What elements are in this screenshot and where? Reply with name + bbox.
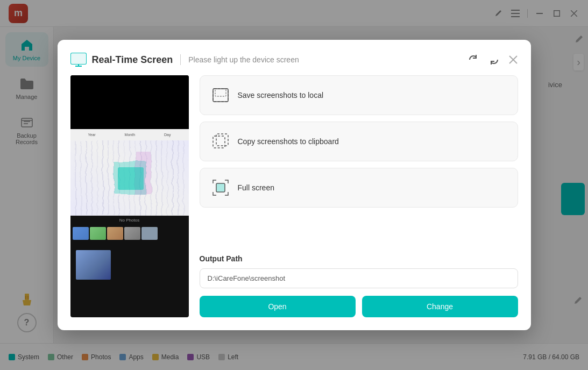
- full-screen-label: Full screen: [238, 183, 274, 192]
- screen-preview: Year Month Day: [70, 75, 189, 317]
- output-path-input[interactable]: [200, 268, 518, 288]
- monitor-icon: [70, 53, 87, 67]
- copy-clipboard-label: Copy screenshots to clipboard: [238, 137, 339, 146]
- refresh2-button[interactable]: [488, 54, 500, 66]
- screen-bottom-photo: [76, 250, 111, 280]
- screen-teal-highlight: [118, 167, 144, 190]
- copy-clipboard-icon: [211, 132, 230, 151]
- change-button[interactable]: Change: [362, 296, 518, 317]
- full-screen-icon: [211, 178, 230, 197]
- modal-header-right: [467, 54, 518, 66]
- thumb-3: [107, 227, 123, 240]
- modal-header: Real-Time Screen Please light up the dev…: [70, 53, 518, 67]
- modal-header-separator: [180, 54, 181, 65]
- full-screen-button[interactable]: Full screen: [200, 168, 518, 208]
- screen-wavy-area: [70, 140, 189, 216]
- refresh1-button[interactable]: [467, 54, 479, 66]
- thumb-5: [141, 227, 158, 240]
- output-buttons: Open Change: [200, 296, 518, 317]
- screen-calendar: Year Month Day: [70, 129, 189, 140]
- thumb-1: [73, 227, 89, 240]
- output-section: Output Path Open Change: [200, 254, 518, 317]
- save-screenshots-label: Save screenshots to local: [238, 91, 324, 99]
- svg-rect-41: [215, 89, 226, 96]
- modal-subtitle: Please light up the device screen: [188, 55, 299, 64]
- screen-no-photos: No Photos: [70, 216, 189, 225]
- open-button[interactable]: Open: [200, 296, 356, 317]
- modal-close-button[interactable]: [508, 55, 518, 65]
- screen-bottom-section: [70, 242, 189, 285]
- modal-overlay: Real-Time Screen Please light up the dev…: [0, 0, 588, 370]
- svg-rect-45: [216, 183, 225, 192]
- screen-calendar-header: Year Month Day: [74, 131, 186, 138]
- thumb-2: [90, 227, 106, 240]
- real-time-screen-modal: Real-Time Screen Please light up the dev…: [58, 40, 531, 330]
- save-screenshots-button[interactable]: Save screenshots to local: [200, 75, 518, 115]
- right-panel: Save screenshots to local Copy screensho…: [200, 75, 518, 317]
- copy-clipboard-button[interactable]: Copy screenshots to clipboard: [200, 122, 518, 161]
- svg-rect-12: [71, 53, 86, 64]
- save-screenshot-icon: [211, 86, 230, 105]
- output-path-label: Output Path: [200, 254, 518, 263]
- thumb-4: [124, 227, 140, 240]
- modal-body: Year Month Day: [70, 75, 518, 317]
- screen-thumbnails: [70, 225, 189, 242]
- modal-title: Real-Time Screen: [92, 54, 173, 66]
- screen-top-black: [70, 75, 189, 129]
- app-window: m: [0, 0, 588, 370]
